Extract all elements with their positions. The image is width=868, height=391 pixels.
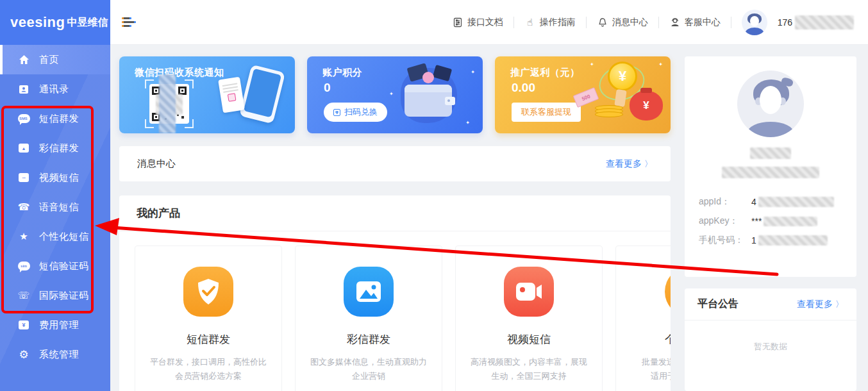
sim-bubble-icon: sim xyxy=(17,260,31,272)
rebate-value: 0.00 xyxy=(512,81,535,95)
product-card-sms[interactable]: 短信群发 平台群发，接口调用，高性价比会员营销必选方案 已用条数：0 xyxy=(135,245,282,391)
sidebar-item-sms-bulk[interactable]: SMS 短信群发 xyxy=(0,104,110,133)
sidebar-item-personalized-sms[interactable]: ★ 个性化短信 xyxy=(0,222,110,251)
nav-api-docs[interactable]: 接口文档 xyxy=(452,17,503,28)
sidebar-item-label: 系统管理 xyxy=(39,349,79,361)
product-description: 高清视频图文，内容丰富，展现生动，全国三网支持 xyxy=(456,355,602,383)
product-card-video-sms[interactable]: 视频短信 高清视频图文，内容丰富，展现生动，全国三网支持 已用条数：0 xyxy=(455,245,603,391)
sms-bubble-icon: SMS xyxy=(17,112,31,125)
personalized-badge-icon: ★ xyxy=(17,230,31,243)
redacted-username xyxy=(750,147,791,159)
product-card-mms[interactable]: 彩信群发 图文多媒体信息，生动直观助力企业营销 已用条数：0 xyxy=(295,245,442,391)
appkey-label: appKey： xyxy=(699,215,751,227)
brand-logo-text: veesing xyxy=(10,14,65,31)
header-actions: 接口文档 ☝ 操作指南 消息中心 客服中心 xyxy=(452,10,854,35)
address-book-icon xyxy=(17,83,31,96)
money-note: 500 xyxy=(573,87,599,108)
scan-redeem-button[interactable]: 扫码兑换 xyxy=(324,103,387,122)
nav-label: 消息中心 xyxy=(612,17,648,28)
announcement-more-link[interactable]: 查看更多 〉 xyxy=(797,299,844,310)
sidebar-item-label: 国际验证码 xyxy=(39,290,89,302)
coin-yuan-symbol: ¥ xyxy=(608,62,637,91)
divider xyxy=(731,17,731,28)
redacted-mobile xyxy=(758,235,828,245)
divider xyxy=(658,17,659,28)
sidebar-item-system[interactable]: ⚙ 系统管理 xyxy=(0,340,110,369)
redacted-qr-strip xyxy=(159,74,176,133)
profile-details: appId： 4 appKey： *** 手机号码： 1 xyxy=(685,192,856,250)
product-title: 个 xyxy=(616,332,671,347)
sidebar-item-billing[interactable]: ¥ 费用管理 xyxy=(0,310,110,340)
sidebar-item-voice-sms[interactable]: ☎ 语音短信 xyxy=(0,192,110,222)
product-description: 批量发送一 适用于工 xyxy=(616,355,671,383)
user-avatar[interactable] xyxy=(742,10,767,35)
voice-phone-icon: ☎ xyxy=(17,201,31,213)
top-header: 接口文档 ☝ 操作指南 消息中心 客服中心 xyxy=(110,0,868,45)
nav-message-center[interactable]: 消息中心 xyxy=(597,17,648,28)
bell-icon xyxy=(597,17,608,28)
mobile-label: 手机号码： xyxy=(699,235,751,246)
sidebar: veesing 中昱维信 首页 通讯录 SMS 短信群发 ▲ xyxy=(0,0,110,391)
redacted-phone xyxy=(795,15,854,29)
chevron-right-icon: 〉 xyxy=(835,299,844,310)
video-camera-icon xyxy=(504,267,554,317)
message-center-bar: 消息中心 查看更多 〉 xyxy=(119,146,671,181)
avatar-face xyxy=(760,86,781,114)
sidebar-item-sms-code[interactable]: sim 短信验证码 xyxy=(0,251,110,281)
product-card-partial[interactable]: 个 批量发送一 适用于工 已用 xyxy=(615,245,671,391)
platform-announcement-card: 平台公告 查看更多 〉 暂无数据 xyxy=(685,288,856,391)
sidebar-item-label: 语音短信 xyxy=(39,201,79,213)
qr-code xyxy=(145,79,194,128)
money-illustration: ¥ 500 ¥ ✦✦ xyxy=(571,60,667,129)
avatar-face xyxy=(750,16,759,26)
sidebar-item-label: 彩信群发 xyxy=(39,142,79,154)
home-icon xyxy=(17,53,31,66)
shield-check-icon xyxy=(183,267,233,317)
product-icon-partial xyxy=(665,267,671,317)
points-value: 0 xyxy=(324,81,331,95)
sidebar-item-contacts[interactable]: 通讯录 xyxy=(0,74,110,104)
message-center-more-link[interactable]: 查看更多 〉 xyxy=(606,158,653,170)
appid-row: appId： 4 xyxy=(685,192,856,212)
product-description: 平台群发，接口调用，高性价比会员营销必选方案 xyxy=(135,355,281,383)
announcement-title: 平台公告 xyxy=(697,297,739,311)
wechat-qr-banner[interactable]: 微信扫码收系统通知 xyxy=(119,56,295,133)
intl-phone-icon: ☏ xyxy=(17,289,31,302)
customer-service-icon xyxy=(669,17,681,28)
product-description: 图文多媒体信息，生动直观助力企业营销 xyxy=(296,355,442,383)
banner-title: 推广返利（元） xyxy=(510,67,580,79)
banner-title: 账户积分 xyxy=(322,67,362,79)
dashboard-page: veesing 中昱维信 首页 通讯录 SMS 短信群发 ▲ xyxy=(0,0,868,391)
redacted-account-line xyxy=(722,167,819,178)
gear-icon: ⚙ xyxy=(17,348,31,361)
redacted-appkey xyxy=(764,217,817,226)
announcement-header: 平台公告 查看更多 〉 xyxy=(685,288,856,320)
wallet-illustration: ✦✦✦ xyxy=(387,62,476,128)
brand-logo-cn: 中昱维信 xyxy=(67,16,108,29)
sidebar-item-intl-code[interactable]: ☏ 国际验证码 xyxy=(0,281,110,310)
hand-pointer-icon: ☝ xyxy=(524,17,536,28)
appid-label: appId： xyxy=(699,196,751,208)
nav-guide[interactable]: ☝ 操作指南 xyxy=(524,17,576,28)
sidebar-item-video-sms[interactable]: ··· 视频短信 xyxy=(0,163,110,192)
sidebar-item-label: 首页 xyxy=(39,54,59,66)
yuan-billing-icon: ¥ xyxy=(17,319,31,331)
sidebar-item-mms-bulk[interactable]: ▲ 彩信群发 xyxy=(0,133,110,163)
appkey-row: appKey： *** xyxy=(685,212,856,231)
video-sms-icon: ··· xyxy=(17,171,31,184)
product-title: 视频短信 xyxy=(456,332,602,347)
mms-picture-icon: ▲ xyxy=(17,142,31,154)
banner-row: 微信扫码收系统通知 账户积分 0 扫码兑换 xyxy=(119,56,671,133)
brand-logo[interactable]: veesing 中昱维信 xyxy=(0,0,110,45)
user-phone-number: 176 xyxy=(778,15,854,29)
sidebar-item-home[interactable]: 首页 xyxy=(0,45,110,74)
divider xyxy=(586,17,587,28)
menu-toggle-icon[interactable] xyxy=(122,15,137,29)
announcement-empty-text: 暂无数据 xyxy=(685,341,856,353)
rebate-banner: 推广返利（元） 0.00 联系客服提现 ¥ 500 ¥ ✦✦ xyxy=(495,56,671,133)
nav-customer-service[interactable]: 客服中心 xyxy=(669,17,721,28)
money-bag: ¥ xyxy=(630,91,663,121)
profile-avatar[interactable] xyxy=(737,71,804,137)
nav-label: 操作指南 xyxy=(540,17,576,28)
chevron-right-icon: 〉 xyxy=(644,158,653,170)
